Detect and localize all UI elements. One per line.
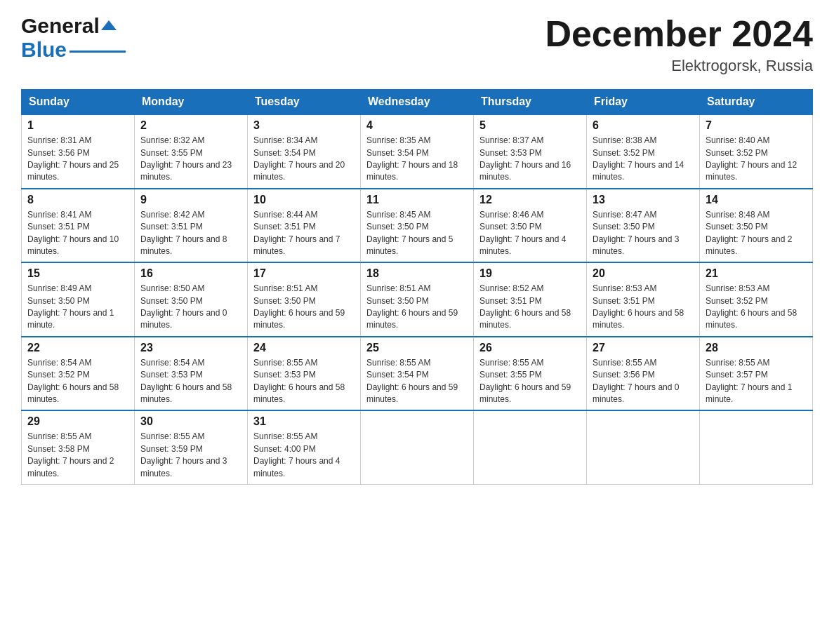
day-number: 11 <box>366 194 468 206</box>
day-info: Sunrise: 8:40 AMSunset: 3:52 PMDaylight:… <box>706 135 807 184</box>
col-header-thursday: Thursday <box>474 90 587 115</box>
calendar-cell: 29Sunrise: 8:55 AMSunset: 3:58 PMDayligh… <box>22 410 135 484</box>
day-info: Sunrise: 8:31 AMSunset: 3:56 PMDaylight:… <box>27 135 128 184</box>
day-number: 12 <box>479 194 581 206</box>
day-number: 29 <box>27 415 128 428</box>
calendar-cell: 2Sunrise: 8:32 AMSunset: 3:55 PMDaylight… <box>135 114 248 189</box>
calendar-cell: 31Sunrise: 8:55 AMSunset: 4:00 PMDayligh… <box>248 410 361 484</box>
day-info: Sunrise: 8:55 AMSunset: 3:58 PMDaylight:… <box>27 431 128 480</box>
calendar-cell: 21Sunrise: 8:53 AMSunset: 3:52 PMDayligh… <box>700 262 813 337</box>
day-info: Sunrise: 8:34 AMSunset: 3:54 PMDaylight:… <box>253 135 355 184</box>
calendar-cell <box>474 410 587 484</box>
day-number: 23 <box>140 342 241 354</box>
day-info: Sunrise: 8:32 AMSunset: 3:55 PMDaylight:… <box>140 135 241 184</box>
day-info: Sunrise: 8:52 AMSunset: 3:51 PMDaylight:… <box>479 283 581 332</box>
logo-blue: Blue <box>21 38 67 62</box>
day-number: 18 <box>366 267 468 280</box>
location: Elektrogorsk, Russia <box>545 57 813 75</box>
day-number: 14 <box>706 194 807 206</box>
day-number: 10 <box>253 194 355 206</box>
day-info: Sunrise: 8:49 AMSunset: 3:50 PMDaylight:… <box>27 283 128 332</box>
calendar-table: SundayMondayTuesdayWednesdayThursdayFrid… <box>21 89 813 485</box>
day-number: 25 <box>366 342 468 354</box>
calendar-week-2: 8Sunrise: 8:41 AMSunset: 3:51 PMDaylight… <box>22 189 813 263</box>
calendar-cell: 1Sunrise: 8:31 AMSunset: 3:56 PMDaylight… <box>22 114 135 189</box>
calendar-cell: 19Sunrise: 8:52 AMSunset: 3:51 PMDayligh… <box>474 262 587 337</box>
logo-general: General <box>21 14 100 38</box>
calendar-cell: 10Sunrise: 8:44 AMSunset: 3:51 PMDayligh… <box>248 189 361 263</box>
calendar-cell: 3Sunrise: 8:34 AMSunset: 3:54 PMDaylight… <box>248 114 361 189</box>
day-number: 15 <box>27 267 128 280</box>
col-header-monday: Monday <box>135 90 248 115</box>
calendar-cell: 26Sunrise: 8:55 AMSunset: 3:55 PMDayligh… <box>474 337 587 411</box>
day-info: Sunrise: 8:55 AMSunset: 3:59 PMDaylight:… <box>140 431 241 480</box>
day-number: 8 <box>27 194 128 206</box>
calendar-cell: 13Sunrise: 8:47 AMSunset: 3:50 PMDayligh… <box>587 189 700 263</box>
day-info: Sunrise: 8:35 AMSunset: 3:54 PMDaylight:… <box>366 135 468 184</box>
day-info: Sunrise: 8:51 AMSunset: 3:50 PMDaylight:… <box>366 283 468 332</box>
svg-marker-0 <box>101 20 117 30</box>
day-info: Sunrise: 8:37 AMSunset: 3:53 PMDaylight:… <box>479 135 581 184</box>
day-number: 2 <box>140 119 241 132</box>
calendar-cell: 14Sunrise: 8:48 AMSunset: 3:50 PMDayligh… <box>700 189 813 263</box>
day-number: 20 <box>593 267 694 280</box>
day-number: 1 <box>27 119 128 132</box>
calendar-week-1: 1Sunrise: 8:31 AMSunset: 3:56 PMDaylight… <box>22 114 813 189</box>
day-number: 24 <box>253 342 355 354</box>
calendar-cell: 6Sunrise: 8:38 AMSunset: 3:52 PMDaylight… <box>587 114 700 189</box>
calendar-cell: 8Sunrise: 8:41 AMSunset: 3:51 PMDaylight… <box>22 189 135 263</box>
calendar-cell: 27Sunrise: 8:55 AMSunset: 3:56 PMDayligh… <box>587 337 700 411</box>
day-number: 22 <box>27 342 128 354</box>
calendar-week-5: 29Sunrise: 8:55 AMSunset: 3:58 PMDayligh… <box>22 410 813 484</box>
day-info: Sunrise: 8:54 AMSunset: 3:53 PMDaylight:… <box>140 357 241 406</box>
calendar-cell: 25Sunrise: 8:55 AMSunset: 3:54 PMDayligh… <box>361 337 474 411</box>
calendar-cell: 4Sunrise: 8:35 AMSunset: 3:54 PMDaylight… <box>361 114 474 189</box>
col-header-sunday: Sunday <box>22 90 135 115</box>
day-number: 19 <box>479 267 581 280</box>
calendar-week-3: 15Sunrise: 8:49 AMSunset: 3:50 PMDayligh… <box>22 262 813 337</box>
logo-triangle-icon <box>101 18 117 33</box>
day-info: Sunrise: 8:46 AMSunset: 3:50 PMDaylight:… <box>479 209 581 258</box>
day-info: Sunrise: 8:55 AMSunset: 3:53 PMDaylight:… <box>253 357 355 406</box>
col-header-wednesday: Wednesday <box>361 90 474 115</box>
day-number: 17 <box>253 267 355 280</box>
day-number: 4 <box>366 119 468 132</box>
logo: General Blue <box>21 14 126 62</box>
calendar-cell: 12Sunrise: 8:46 AMSunset: 3:50 PMDayligh… <box>474 189 587 263</box>
day-number: 9 <box>140 194 241 206</box>
month-title: December 2024 <box>545 14 813 54</box>
calendar-cell: 24Sunrise: 8:55 AMSunset: 3:53 PMDayligh… <box>248 337 361 411</box>
day-number: 7 <box>706 119 807 132</box>
calendar-cell: 22Sunrise: 8:54 AMSunset: 3:52 PMDayligh… <box>22 337 135 411</box>
day-info: Sunrise: 8:42 AMSunset: 3:51 PMDaylight:… <box>140 209 241 258</box>
day-info: Sunrise: 8:55 AMSunset: 3:55 PMDaylight:… <box>479 357 581 406</box>
calendar-cell: 9Sunrise: 8:42 AMSunset: 3:51 PMDaylight… <box>135 189 248 263</box>
day-info: Sunrise: 8:47 AMSunset: 3:50 PMDaylight:… <box>593 209 694 258</box>
day-number: 30 <box>140 415 241 428</box>
calendar-cell: 30Sunrise: 8:55 AMSunset: 3:59 PMDayligh… <box>135 410 248 484</box>
day-info: Sunrise: 8:50 AMSunset: 3:50 PMDaylight:… <box>140 283 241 332</box>
calendar-cell <box>700 410 813 484</box>
day-info: Sunrise: 8:48 AMSunset: 3:50 PMDaylight:… <box>706 209 807 258</box>
logo-underline <box>70 51 126 53</box>
day-info: Sunrise: 8:45 AMSunset: 3:50 PMDaylight:… <box>366 209 468 258</box>
day-info: Sunrise: 8:38 AMSunset: 3:52 PMDaylight:… <box>593 135 694 184</box>
day-number: 6 <box>593 119 694 132</box>
day-info: Sunrise: 8:54 AMSunset: 3:52 PMDaylight:… <box>27 357 128 406</box>
page-header: General Blue December 2024 Elektrogorsk,… <box>21 14 813 75</box>
day-number: 21 <box>706 267 807 280</box>
title-area: December 2024 Elektrogorsk, Russia <box>545 14 813 75</box>
day-number: 3 <box>253 119 355 132</box>
day-info: Sunrise: 8:55 AMSunset: 4:00 PMDaylight:… <box>253 431 355 480</box>
day-info: Sunrise: 8:44 AMSunset: 3:51 PMDaylight:… <box>253 209 355 258</box>
calendar-cell: 11Sunrise: 8:45 AMSunset: 3:50 PMDayligh… <box>361 189 474 263</box>
day-number: 5 <box>479 119 581 132</box>
calendar-cell: 18Sunrise: 8:51 AMSunset: 3:50 PMDayligh… <box>361 262 474 337</box>
day-info: Sunrise: 8:55 AMSunset: 3:56 PMDaylight:… <box>593 357 694 406</box>
calendar-cell: 16Sunrise: 8:50 AMSunset: 3:50 PMDayligh… <box>135 262 248 337</box>
calendar-cell: 20Sunrise: 8:53 AMSunset: 3:51 PMDayligh… <box>587 262 700 337</box>
day-number: 31 <box>253 415 355 428</box>
col-header-tuesday: Tuesday <box>248 90 361 115</box>
day-info: Sunrise: 8:41 AMSunset: 3:51 PMDaylight:… <box>27 209 128 258</box>
day-info: Sunrise: 8:55 AMSunset: 3:57 PMDaylight:… <box>706 357 807 406</box>
